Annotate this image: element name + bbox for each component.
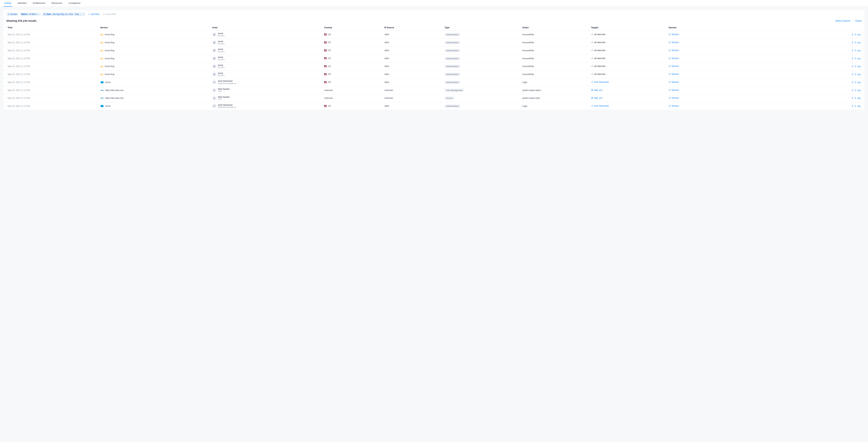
svg-rect-0 (44, 14, 45, 15)
cell-type: Authentication (443, 55, 520, 63)
cell-session: Session (666, 70, 778, 78)
session-link[interactable]: Session (669, 41, 679, 43)
log-link[interactable]: { }Log (852, 41, 860, 44)
table-row[interactable]: May 25, 2022 11:13 PMawsAcme-EngAcmeAcco… (3, 31, 865, 39)
column-header[interactable]: Type (443, 25, 520, 31)
country-label: US (328, 49, 331, 52)
log-label: Log (857, 49, 860, 52)
add-filter-button[interactable]: Add Filter (87, 12, 100, 16)
session-link[interactable]: Session (669, 97, 679, 99)
tab-entitlements[interactable]: Entitlements (32, 0, 46, 7)
cell-service: oktahttps://dev.okta.com (98, 94, 210, 102)
column-header[interactable]: Time (3, 25, 98, 31)
actor-sub: User (218, 98, 230, 100)
export-button[interactable]: Export (856, 20, 862, 22)
session-link[interactable]: Session (669, 105, 679, 107)
type-badge: Authentication (445, 65, 460, 68)
session-link[interactable]: Session (669, 73, 679, 75)
table-row[interactable]: May 25, 2022 11:13 PMawsAcme-EngAcmeAcco… (3, 55, 865, 63)
tab-activity[interactable]: Activity (3, 0, 12, 7)
session-link[interactable]: Session (669, 65, 679, 67)
column-header[interactable]: IP Source (382, 25, 442, 31)
bundle-chip[interactable]: Bundle (6, 12, 19, 16)
session-label: Session (672, 49, 679, 52)
tab-resources[interactable]: Resources (51, 0, 63, 7)
cell-time: May 25, 2022 11:13 PM (3, 55, 98, 63)
cell-type: Authentication (443, 102, 520, 110)
table-row[interactable]: May 25, 2022 11:13 PMawsAcme-EngAcmeAcco… (3, 62, 865, 70)
actor-name: Acme (218, 40, 224, 43)
session-link[interactable]: Session (669, 57, 679, 60)
us-flag-icon (324, 65, 327, 67)
cell-targets: arn:aws:iam (589, 62, 666, 70)
table-row[interactable]: May 25, 2022 11:12 PMAcmeJosh Hammondsal… (3, 102, 865, 110)
select-columns-button[interactable]: Select Columns (835, 20, 850, 22)
target-link[interactable]: ldap_sun (591, 89, 602, 91)
add-filter-label: Add Filter (91, 13, 99, 15)
actor-icon (212, 32, 216, 37)
table-row[interactable]: May 25, 2022 11:12 PMoktahttps://dev.okt… (3, 86, 865, 94)
cell-service: awsAcme-Eng (98, 46, 210, 55)
column-header[interactable]: Session (666, 25, 778, 31)
braces-icon: { } (852, 41, 856, 44)
log-link[interactable]: { }Log (852, 49, 860, 52)
log-link[interactable]: { }Log (852, 81, 860, 84)
log-link[interactable]: { }Log (852, 73, 860, 75)
braces-icon: { } (852, 105, 856, 107)
log-label: Log (857, 97, 860, 99)
type-badge: Authentication (445, 81, 460, 84)
svg-point-9 (591, 89, 593, 90)
cell-action: AssumeRole (520, 46, 589, 55)
session-link[interactable]: Session (669, 49, 679, 52)
column-header[interactable]: Action (520, 25, 589, 31)
target-link[interactable]: Josh Hammond (591, 81, 609, 83)
target-icon (591, 105, 593, 107)
session-link[interactable]: Session (669, 89, 679, 91)
target-link: arn:aws:iam (591, 57, 606, 60)
target-icon (591, 49, 593, 52)
us-flag-icon (324, 41, 327, 43)
log-link[interactable]: { }Log (852, 65, 860, 67)
svg-rect-6 (214, 73, 215, 75)
tab-compliance[interactable]: Compliance (68, 0, 81, 7)
actor-sub: User (218, 90, 230, 92)
log-link[interactable]: { }Log (852, 105, 860, 107)
cell-actor: AcmeAccount (210, 70, 322, 78)
log-link[interactable]: { }Log (852, 33, 860, 36)
cell-ip-source: Unknown (382, 94, 442, 102)
match-filter-chip[interactable]: Match: All filters (20, 12, 41, 16)
log-link[interactable]: { }Log (852, 89, 860, 92)
target-label: arn:aws:iam (594, 33, 606, 36)
cell-country: US (322, 78, 382, 86)
clear-filter-button: Clear Filter (102, 12, 117, 16)
date-filter-chip[interactable]: Date: (During) May 18, 2022 - May … (42, 12, 86, 16)
column-header[interactable]: Service (98, 25, 210, 31)
table-row[interactable]: May 25, 2022 11:13 PMawsAcme-EngAcmeAcco… (3, 46, 865, 55)
cell-action: Login (520, 78, 589, 86)
target-label: arn:aws:iam (594, 73, 606, 75)
table-row[interactable]: May 25, 2022 11:13 PMawsAcme-EngAcmeAcco… (3, 38, 865, 46)
table-row[interactable]: May 25, 2022 11:12 PMoktahttps://dev.okt… (3, 94, 865, 102)
us-flag-icon (324, 105, 327, 107)
tab-identities[interactable]: Identities (17, 0, 27, 7)
cell-session: Session (666, 46, 778, 55)
target-link[interactable]: ldap_sun (591, 97, 602, 99)
cell-time: May 25, 2022 11:13 PM (3, 46, 98, 55)
column-header[interactable]: Country (322, 25, 382, 31)
table-row[interactable]: May 25, 2022 11:13 PMawsAcme-EngAcmeAcco… (3, 70, 865, 78)
log-link[interactable]: { }Log (852, 97, 860, 99)
cell-ip-source: AWS (382, 31, 442, 39)
service-name: Acme-Eng (105, 65, 115, 67)
session-link[interactable]: Session (669, 33, 679, 36)
column-header[interactable]: Actor (210, 25, 322, 31)
session-label: Session (672, 105, 679, 107)
cell-time: May 25, 2022 11:13 PM (3, 38, 98, 46)
braces-icon: { } (852, 89, 856, 92)
type-badge: User Management (445, 89, 464, 92)
table-row[interactable]: May 25, 2022 11:13 PMAcmeJosh Hammondsal… (3, 78, 865, 86)
session-link[interactable]: Session (669, 81, 679, 83)
target-link[interactable]: Josh Hammond (591, 105, 609, 107)
column-header[interactable]: Targets (589, 25, 666, 31)
log-link[interactable]: { }Log (852, 57, 860, 60)
cell-country: US (322, 38, 382, 46)
